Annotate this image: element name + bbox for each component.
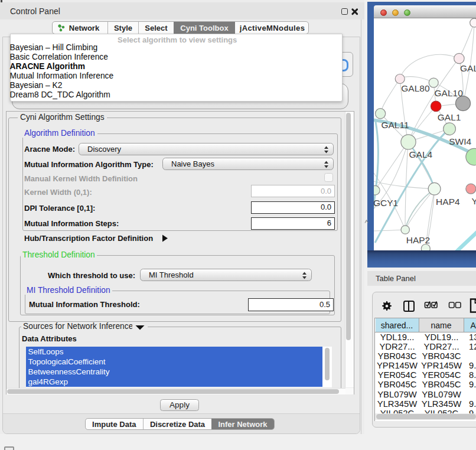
svg-text:YM: YM <box>472 196 476 206</box>
svg-text:GAL80: GAL80 <box>401 83 430 93</box>
svg-text:HAP2: HAP2 <box>406 235 431 245</box>
svg-text:HAP4: HAP4 <box>436 197 460 207</box>
svg-text:SWI4: SWI4 <box>449 136 471 146</box>
svg-text:GAL2: GAL2 <box>460 63 476 73</box>
svg-text:GAL4: GAL4 <box>409 149 433 159</box>
svg-text:GAL11: GAL11 <box>381 120 409 130</box>
svg-text:GCY1: GCY1 <box>374 198 398 208</box>
svg-text:GAL10: GAL10 <box>435 88 464 98</box>
svg-text:GAL1: GAL1 <box>438 112 461 122</box>
